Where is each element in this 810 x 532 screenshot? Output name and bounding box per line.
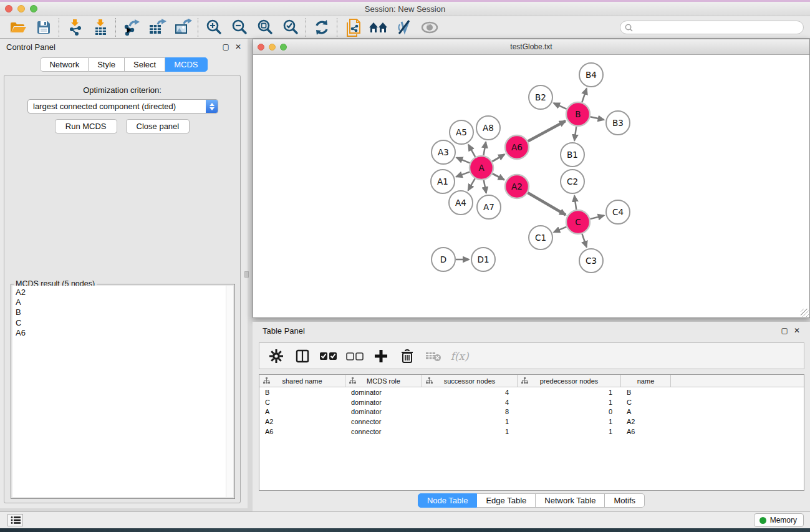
table-row[interactable]: Adominator80A — [259, 407, 804, 417]
select-all-button[interactable] — [317, 345, 340, 367]
export-network-button[interactable] — [118, 17, 144, 37]
run-mcds-button[interactable]: Run MCDS — [55, 119, 117, 133]
tab-mcds[interactable]: MCDS — [165, 57, 207, 72]
graph-edge-A-A2[interactable] — [493, 173, 504, 180]
graph-edge-A-A7[interactable] — [484, 180, 486, 193]
session-title: Session: New Session — [0, 4, 810, 14]
graph-edge-A6-B[interactable] — [528, 121, 566, 142]
graph-edge-A2-C[interactable] — [528, 193, 566, 215]
graph-edge-A-A5[interactable] — [468, 145, 475, 157]
table-cell: C — [621, 399, 671, 406]
deselect-all-button[interactable] — [343, 345, 367, 367]
home-button[interactable] — [365, 17, 391, 37]
open-session-button[interactable] — [5, 17, 31, 37]
resize-grip-icon[interactable] — [801, 309, 809, 317]
panel-divider-grip[interactable] — [244, 271, 249, 278]
graph-edge-B-B1[interactable] — [574, 127, 576, 140]
memory-button[interactable]: Memory — [754, 513, 804, 527]
delete-table-button[interactable] — [422, 345, 445, 367]
result-scrollbar[interactable] — [226, 286, 233, 497]
tab-network[interactable]: Network — [40, 57, 89, 72]
graph-edge-A-A4[interactable] — [468, 178, 475, 190]
show-hide-button[interactable] — [417, 17, 442, 37]
result-item[interactable]: A2 — [16, 288, 233, 297]
table-settings-button[interactable] — [264, 345, 288, 367]
graph-edge-B-B2[interactable] — [554, 103, 567, 109]
graph-edge-A-A6[interactable] — [492, 155, 504, 162]
result-item[interactable]: B — [16, 307, 233, 317]
zoom-out-button[interactable] — [226, 17, 252, 37]
graph-edge-C-C3[interactable] — [582, 234, 586, 247]
graph-edge-A-A8[interactable] — [483, 142, 486, 156]
tab-network-table[interactable]: Network Table — [536, 493, 605, 508]
column-header-successor-nodes[interactable]: successor nodes — [422, 375, 518, 387]
export-image-button[interactable] — [170, 17, 195, 37]
table-cell: B — [621, 389, 671, 396]
optimization-criterion-dropdown[interactable]: largest connected component (directed) — [27, 99, 218, 114]
refresh-network-button[interactable] — [309, 17, 334, 37]
column-header-name[interactable]: name — [621, 375, 671, 387]
search-field[interactable] — [620, 21, 804, 34]
column-header-predecessor-nodes[interactable]: predecessor nodes — [518, 375, 621, 387]
graph-node-label: B1 — [567, 150, 578, 160]
zoom-fit-button[interactable] — [252, 17, 277, 37]
network-overview-button[interactable] — [340, 17, 365, 37]
graph-edge-B-B3[interactable] — [591, 117, 604, 120]
status-bar: Memory — [0, 511, 810, 528]
table-row[interactable]: A2connector11A2 — [259, 417, 804, 427]
import-table-button[interactable] — [87, 17, 113, 37]
close-panel-button[interactable]: Close panel — [126, 119, 190, 133]
tab-motifs[interactable]: Motifs — [605, 493, 645, 508]
close-panel-icon[interactable]: ✕ — [235, 42, 241, 51]
close-table-panel-icon[interactable]: ✕ — [794, 326, 800, 335]
graph-edge-B-B4[interactable] — [582, 89, 586, 102]
float-table-panel-icon[interactable]: ▢ — [781, 326, 788, 335]
save-floppy-icon — [36, 20, 51, 35]
save-session-button[interactable] — [31, 17, 56, 37]
zoom-in-button[interactable] — [201, 17, 226, 37]
table-body: Bdominator41BCdominator41CAdominator80AA… — [259, 387, 804, 437]
graph-edge-C-C2[interactable] — [574, 196, 576, 210]
graph-edge-A-A3[interactable] — [456, 158, 470, 163]
export-table-button[interactable] — [144, 17, 170, 37]
table-row[interactable]: A6connector11A6 — [259, 427, 804, 437]
search-input[interactable] — [633, 23, 803, 32]
table-cell: A2 — [621, 418, 671, 425]
float-panel-icon[interactable]: ▢ — [223, 42, 229, 51]
delete-column-button[interactable] — [395, 345, 419, 367]
table-cell: 1 — [518, 428, 621, 435]
result-item[interactable]: A6 — [16, 328, 233, 338]
table-cell: dominator — [345, 399, 422, 406]
column-layout-button[interactable] — [291, 345, 314, 367]
tab-edge-table[interactable]: Edge Table — [477, 493, 536, 508]
table-cell: B — [259, 389, 345, 396]
graph-node-label: A5 — [456, 127, 467, 137]
graph-edge-C-C1[interactable] — [554, 227, 566, 232]
table-row[interactable]: Cdominator41C — [259, 397, 804, 407]
tab-style[interactable]: Style — [89, 57, 125, 72]
mcds-result-list[interactable]: A2ABCA6 — [12, 286, 233, 497]
column-header-MCDS-role[interactable]: MCDS role — [345, 375, 422, 387]
toggle-graphics-details-button[interactable] — [391, 17, 417, 37]
tab-node-table[interactable]: Node Table — [418, 493, 478, 508]
graph-edge-C-C4[interactable] — [590, 216, 604, 220]
add-column-button[interactable] — [369, 345, 393, 367]
graph-edge-A-A1[interactable] — [456, 172, 470, 177]
result-item[interactable]: C — [16, 318, 233, 328]
task-history-button[interactable] — [7, 514, 23, 526]
table-cell: A6 — [259, 428, 345, 435]
column-tree-icon — [263, 377, 270, 384]
network-graph[interactable]: B4B2BB3A8A5A6A3B1AA1C2A2A4A7C4CC1C3DD1 — [253, 55, 809, 317]
table-row[interactable]: Bdominator41B — [259, 387, 804, 397]
function-builder-button[interactable]: f(x) — [448, 345, 471, 367]
zoom-selected-button[interactable] — [277, 17, 303, 37]
tab-select[interactable]: Select — [125, 57, 165, 72]
network-canvas[interactable]: B4B2BB3A8A5A6A3B1AA1C2A2A4A7C4CC1C3DD1 — [253, 55, 809, 317]
column-header-shared-name[interactable]: shared name — [259, 375, 345, 387]
import-network-button[interactable] — [62, 17, 87, 37]
column-header-label: successor nodes — [444, 377, 496, 385]
column-header-label: MCDS role — [367, 377, 400, 385]
zoom-fit-icon — [256, 19, 274, 36]
result-item[interactable]: A — [16, 297, 233, 307]
column-header-label: predecessor nodes — [540, 377, 599, 385]
